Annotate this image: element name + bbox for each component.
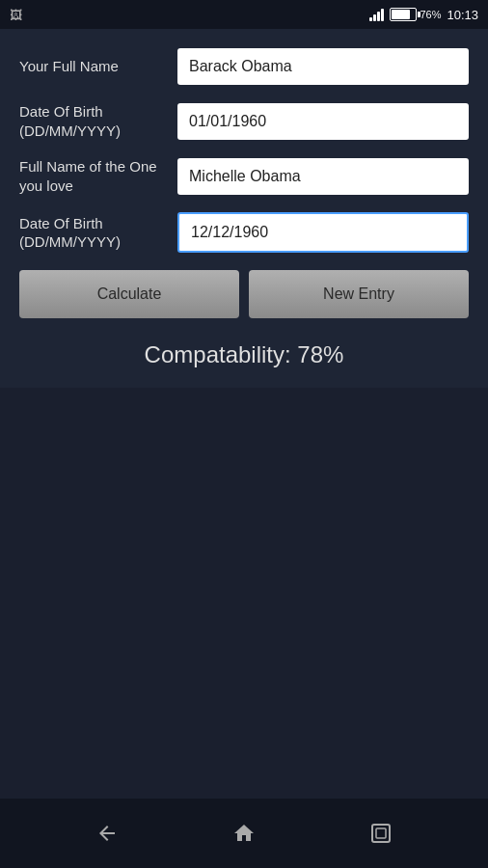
battery-icon bbox=[390, 8, 417, 21]
home-button[interactable] bbox=[220, 809, 268, 857]
your-name-input[interactable] bbox=[177, 48, 469, 85]
back-icon bbox=[95, 822, 119, 845]
back-button[interactable] bbox=[83, 809, 131, 857]
recents-button[interactable] bbox=[357, 809, 405, 857]
love-name-input[interactable] bbox=[177, 158, 469, 195]
bottom-nav bbox=[0, 799, 488, 868]
status-bar: 🖼 76% 10:13 bbox=[0, 0, 488, 29]
image-icon: 🖼 bbox=[10, 8, 22, 22]
calculate-button[interactable]: Calculate bbox=[19, 270, 239, 318]
new-entry-button[interactable]: New Entry bbox=[249, 270, 469, 318]
action-buttons: Calculate New Entry bbox=[19, 270, 469, 318]
clock: 10:13 bbox=[447, 8, 478, 22]
your-dob-row: Date Of Birth (DD/MM/YYYY) bbox=[19, 102, 469, 140]
home-icon bbox=[232, 822, 256, 845]
your-dob-label: Date Of Birth (DD/MM/YYYY) bbox=[19, 102, 164, 140]
battery-percent: 76% bbox=[420, 9, 441, 20]
love-dob-label: Date Of Birth (DD/MM/YYYY) bbox=[19, 214, 164, 252]
notification-area: 🖼 bbox=[10, 6, 22, 23]
signal-strength-icon bbox=[369, 8, 384, 21]
your-dob-input[interactable] bbox=[177, 103, 469, 140]
love-name-row: Full Name of the One you love bbox=[19, 157, 469, 195]
love-name-label: Full Name of the One you love bbox=[19, 157, 164, 195]
svg-rect-0 bbox=[372, 825, 390, 842]
love-dob-input[interactable] bbox=[177, 212, 469, 253]
your-name-row: Your Full Name bbox=[19, 48, 469, 85]
main-content: Your Full Name Date Of Birth (DD/MM/YYYY… bbox=[0, 29, 488, 388]
compatibility-result: Compatability: 78% bbox=[19, 341, 469, 368]
svg-rect-1 bbox=[376, 828, 386, 838]
your-name-label: Your Full Name bbox=[19, 57, 164, 76]
recents-icon bbox=[369, 822, 393, 845]
love-dob-row: Date Of Birth (DD/MM/YYYY) bbox=[19, 212, 469, 253]
battery-indicator: 76% bbox=[390, 8, 441, 21]
